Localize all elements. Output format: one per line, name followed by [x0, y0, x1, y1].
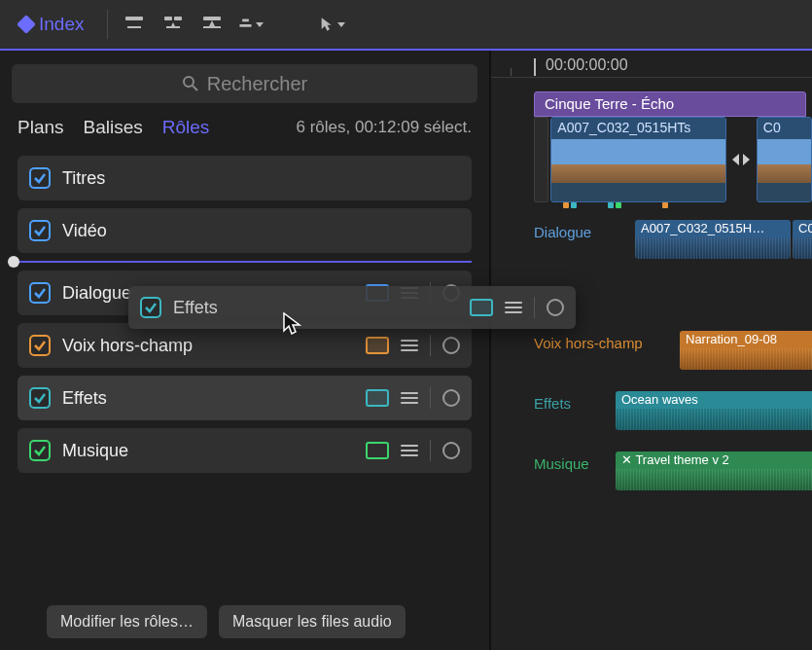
roles-selection-info: 6 rôles, 00:12:09 sélect. [296, 118, 472, 137]
index-label: Index [39, 14, 84, 35]
insert-tool-icon[interactable] [122, 12, 147, 37]
svg-rect-9 [240, 24, 252, 27]
tab-plans[interactable]: Plans [18, 117, 64, 138]
solo-icon[interactable] [442, 389, 460, 407]
playhead-marker[interactable] [534, 58, 536, 76]
lane-dialogue: Dialogue A007_C032_0515H… C0 [534, 220, 812, 265]
collapse-subroles-icon[interactable] [401, 445, 418, 456]
lane-label: Dialogue [534, 220, 635, 240]
role-checkbox[interactable] [29, 282, 51, 304]
svg-rect-2 [164, 17, 172, 20]
audio-clip-voix[interactable]: Narration_09-08 [680, 331, 812, 370]
collapse-subroles-icon[interactable] [505, 302, 522, 313]
svg-rect-7 [203, 26, 221, 28]
audio-clip-dialogue[interactable]: A007_C032_0515H… [635, 220, 791, 259]
tab-roles[interactable]: Rôles [162, 117, 210, 138]
show-lane-icon[interactable] [366, 442, 389, 459]
video-track: A007_C032_0515HTs C0 [534, 117, 812, 202]
timeline-ruler[interactable]: 00:00:00:00 [491, 51, 812, 78]
connect-tool-icon[interactable] [238, 12, 264, 37]
append-tool-icon[interactable] [160, 12, 186, 37]
clip-name: Ocean waves [616, 391, 812, 409]
role-checkbox[interactable] [29, 387, 51, 409]
clip-name: C0 [793, 220, 812, 237]
lane-musique: Musique ✕ Travel theme v 2 [534, 451, 812, 496]
svg-marker-5 [170, 22, 176, 28]
lane-voix: Voix hors-champ Narration_09-08 [534, 331, 812, 376]
mouse-cursor-icon [282, 311, 303, 341]
main-area: Rechercher Plans Balises Rôles 6 rôles, … [0, 51, 812, 650]
audio-markers [563, 202, 812, 212]
hide-audio-lanes-button[interactable]: Masquer les files audio [219, 605, 406, 638]
svg-marker-13 [732, 154, 739, 165]
solo-icon[interactable] [442, 337, 460, 354]
edit-roles-button[interactable]: Modifier les rôles… [47, 605, 207, 638]
role-row-video[interactable]: Vidéo [18, 208, 472, 253]
svg-line-12 [193, 86, 197, 90]
clip-name: A007_C032_0515H… [635, 220, 791, 237]
audio-clip-dialogue-2[interactable]: C0 [793, 220, 812, 259]
timeline-panel: 00:00:00:00 Cinque Terre - Écho A007_C03… [491, 51, 812, 650]
video-clip-2[interactable]: C0 [757, 117, 812, 202]
show-lane-icon[interactable] [366, 337, 389, 354]
top-toolbar: Index [0, 0, 812, 51]
ruler-timecode: 00:00:00:00 [546, 56, 628, 74]
role-row-effets[interactable]: Effets [18, 376, 472, 420]
role-row-voix[interactable]: Voix hors-champ [18, 323, 472, 368]
tick-icon [511, 68, 512, 76]
svg-rect-0 [125, 17, 143, 20]
index-button[interactable]: Index [10, 10, 93, 39]
svg-rect-3 [174, 17, 182, 20]
role-controls [366, 335, 460, 356]
select-tool-icon[interactable] [320, 12, 345, 37]
svg-rect-6 [203, 17, 221, 20]
bottom-buttons: Modifier les rôles… Masquer les files au… [47, 605, 406, 638]
audio-clip-musique[interactable]: ✕ Travel theme v 2 [616, 451, 812, 490]
clip-name: ✕ Travel theme v 2 [616, 451, 812, 469]
role-checkbox[interactable] [140, 297, 161, 318]
solo-icon[interactable] [547, 299, 564, 316]
role-label: Titres [62, 168, 460, 189]
role-checkbox[interactable] [29, 220, 51, 241]
svg-rect-1 [127, 26, 141, 28]
show-lane-icon[interactable] [366, 389, 389, 407]
toolbar-divider [107, 10, 108, 39]
search-field[interactable]: Rechercher [12, 64, 477, 103]
show-lane-icon[interactable] [470, 299, 493, 316]
svg-marker-14 [743, 154, 750, 165]
compound-clip-title[interactable]: Cinque Terre - Écho [534, 91, 806, 117]
role-row-titres[interactable]: Titres [18, 156, 472, 200]
roles-list: Titres Vidéo [4, 156, 485, 253]
role-checkbox[interactable] [29, 335, 51, 356]
role-checkbox[interactable] [29, 440, 51, 461]
clip-name: Narration_09-08 [680, 331, 812, 348]
role-row-musique[interactable]: Musique [18, 428, 472, 473]
role-controls [366, 387, 460, 409]
role-checkbox[interactable] [29, 167, 51, 189]
search-placeholder: Rechercher [207, 73, 307, 95]
overwrite-tool-icon[interactable] [199, 12, 225, 37]
collapse-subroles-icon[interactable] [401, 392, 418, 404]
svg-rect-10 [243, 19, 250, 22]
roles-divider[interactable] [8, 259, 472, 265]
tab-balises[interactable]: Balises [84, 117, 143, 138]
solo-icon[interactable] [442, 442, 460, 459]
role-label: Effets [62, 388, 354, 409]
dragging-role-row[interactable]: Effets [128, 286, 576, 329]
collapse-subroles-icon[interactable] [401, 340, 418, 351]
chevron-down-icon [256, 22, 264, 27]
clip-handle[interactable] [534, 117, 548, 202]
role-label: Musique [62, 441, 354, 461]
chevron-down-icon [337, 22, 345, 27]
svg-marker-8 [209, 20, 215, 26]
lane-effets: Effets Ocean waves [534, 391, 812, 436]
index-panel: Rechercher Plans Balises Rôles 6 rôles, … [0, 51, 491, 650]
audio-clip-effets[interactable]: Ocean waves [616, 391, 812, 430]
role-controls [366, 440, 460, 461]
video-clip-1[interactable]: A007_C032_0515HTs [550, 117, 726, 202]
transition-icon[interactable] [728, 117, 755, 202]
role-label: Voix hors-champ [62, 336, 354, 356]
index-diamond-icon [17, 15, 36, 34]
clip-name: C0 [758, 118, 811, 139]
role-label: Effets [173, 298, 458, 318]
